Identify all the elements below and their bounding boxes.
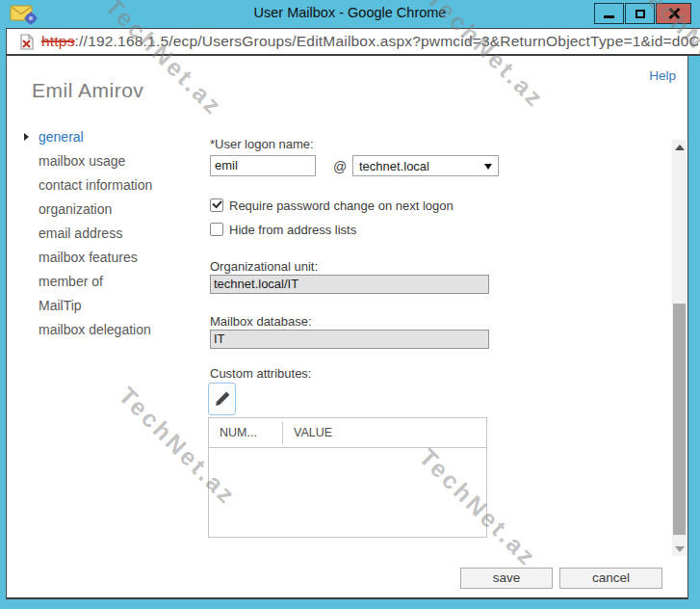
save-button[interactable]: save [460,568,553,589]
column-divider [282,422,283,444]
scroll-down-arrow[interactable] [672,542,687,556]
sidebar-item-organization[interactable]: organization [22,198,195,222]
mailbox-database-field: IT [210,330,489,349]
domain-select-value: technet.local [359,159,429,173]
column-header-number: NUM... [220,426,257,439]
maximize-icon [635,10,645,18]
title-bar: User Mailbox - Google Chrome [0,0,700,28]
arrow-up-icon [675,145,685,150]
sidebar-item-label: mailbox usage [39,153,125,169]
sidebar-item-label: mailbox delegation [39,322,151,337]
edit-custom-attributes-button[interactable] [208,383,236,415]
sidebar-item-mailbox-features[interactable]: mailbox features [22,246,195,270]
user-logon-name-value: emil [215,158,238,172]
sidebar-item-label: contact information [39,177,152,193]
sidebar-nav: general mailbox usage contact informatio… [22,125,195,342]
address-bar[interactable]: https://192.168.1.5/ecp/UsersGroups/Edit… [6,28,700,56]
sidebar-item-label: general [39,129,84,145]
require-password-checkbox[interactable] [210,199,223,212]
sidebar-item-label: mailbox features [39,250,138,265]
domain-select[interactable]: technet.local [352,155,499,176]
ecp-dialog-content: Help Emil Amirov general mailbox usage c… [6,56,688,599]
sidebar-item-contact-information[interactable]: contact information [22,173,195,198]
cancel-button[interactable]: cancel [559,568,662,589]
browser-window: User Mailbox - Google Chrome https://192… [0,0,700,609]
minimize-icon [604,15,614,18]
at-symbol: @ [333,159,347,174]
hide-from-address-lists-checkbox[interactable] [210,223,223,236]
sidebar-item-label: MailTip [39,298,82,313]
hide-from-address-lists-label: Hide from address lists [229,223,356,237]
active-arrow-icon [24,133,29,141]
vertical-scrollbar[interactable] [672,140,687,556]
url-https-struck: https [41,33,75,49]
require-password-label: Require password change on next logon [229,199,454,213]
sidebar-item-member-of[interactable]: member of [22,270,195,294]
custom-attributes-table: NUM... VALUE [208,417,487,538]
scroll-up-arrow[interactable] [672,140,687,154]
help-link[interactable]: Help [649,68,676,83]
url-text[interactable]: https://192.168.1.5/ecp/UsersGroups/Edit… [41,33,698,50]
sidebar-item-mailbox-usage[interactable]: mailbox usage [22,149,195,173]
sidebar-item-general[interactable]: general [22,125,195,149]
column-header-value: VALUE [294,426,332,439]
certificate-error-icon[interactable] [19,34,35,50]
organizational-unit-label: Organizational unit: [210,259,318,274]
user-logon-name-input[interactable]: emil [210,155,316,176]
close-button[interactable] [656,3,691,24]
chevron-down-icon [484,164,492,170]
user-logon-name-label: *User logon name: [210,137,314,151]
custom-attributes-label: Custom attributes: [210,366,312,381]
sidebar-item-label: email address [39,225,122,241]
organizational-unit-field: technet.local/IT [210,275,489,294]
sidebar-item-email-address[interactable]: email address [22,222,195,246]
page-title: Emil Amirov [32,79,143,102]
sidebar-item-mailtip[interactable]: MailTip [22,294,195,318]
close-icon [668,8,680,19]
sidebar-item-label: member of [39,274,103,289]
maximize-button[interactable] [625,3,655,24]
pencil-icon [214,390,231,408]
table-header-row: NUM... VALUE [209,418,486,448]
sidebar-item-mailbox-delegation[interactable]: mailbox delegation [22,318,195,342]
arrow-down-icon [675,546,685,552]
scrollbar-thumb[interactable] [673,304,686,535]
minimize-button[interactable] [594,3,624,24]
mailbox-database-label: Mailbox database: [210,314,312,329]
url-rest: ://192.168.1.5/ecp/UsersGroups/EditMailb… [75,33,698,49]
sidebar-item-label: organization [39,201,112,217]
